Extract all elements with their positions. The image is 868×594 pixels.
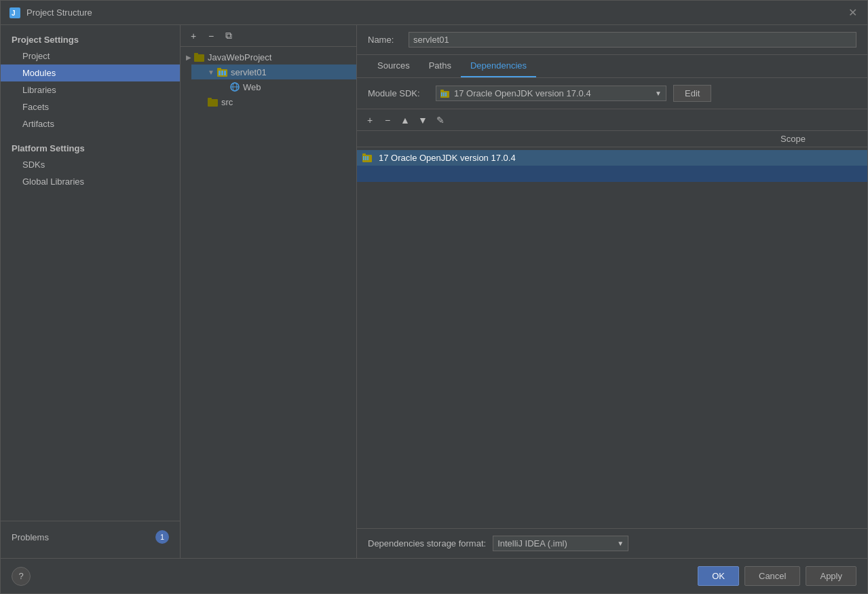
title-bar: J Project Structure ✕	[1, 1, 867, 25]
svg-rect-16	[441, 92, 442, 96]
sidebar-bottom: Problems 1	[1, 521, 180, 553]
svg-rect-21	[363, 156, 364, 160]
deps-rows: 17 Oracle OpenJDK version 17.0.4	[357, 147, 867, 185]
deps-row-sdk[interactable]: 17 Oracle OpenJDK version 17.0.4	[357, 150, 867, 166]
tab-sources[interactable]: Sources	[368, 55, 419, 77]
edit-sdk-button[interactable]: Edit	[673, 85, 711, 102]
sidebar-item-facets[interactable]: Facets	[1, 98, 180, 115]
sdk-label: Module SDK:	[368, 88, 429, 98]
tree-item-servlet01[interactable]: ▼ servlet01	[191, 64, 356, 79]
close-button[interactable]: ✕	[846, 6, 859, 20]
problems-label: Problems	[12, 532, 155, 542]
tree-remove-button[interactable]: −	[204, 29, 219, 43]
bottom-bar: ? OK Cancel Apply	[1, 558, 867, 593]
deps-sdk-icon	[362, 153, 373, 163]
deps-table-header: Scope	[357, 131, 867, 147]
svg-text:J: J	[12, 10, 16, 17]
storage-value: IntelliJ IDEA (.iml)	[497, 538, 567, 549]
svg-rect-20	[362, 153, 366, 155]
deps-edit-button[interactable]: ✎	[433, 113, 448, 128]
deps-row-label: 17 Oracle OpenJDK version 17.0.4	[379, 153, 516, 163]
svg-rect-13	[208, 98, 212, 100]
tab-dependencies[interactable]: Dependencies	[461, 55, 536, 77]
svg-rect-17	[443, 92, 445, 96]
tree-item-label: Web	[243, 82, 261, 92]
tab-paths[interactable]: Paths	[419, 55, 461, 77]
cancel-button[interactable]: Cancel	[744, 566, 800, 586]
right-panel: Name: Sources Paths Dependencies Module …	[357, 25, 867, 558]
svg-rect-8	[224, 71, 226, 75]
svg-rect-15	[440, 90, 444, 92]
svg-rect-2	[194, 54, 204, 62]
sidebar: Project Settings Project Modules Librari…	[1, 25, 181, 558]
folder-icon	[194, 52, 205, 62]
sdk-folder-icon	[440, 90, 450, 98]
src-folder-icon	[208, 96, 219, 107]
expand-icon: ▼	[208, 69, 214, 76]
storage-arrow: ▼	[617, 540, 624, 547]
main-content: Project Settings Project Modules Librari…	[1, 25, 867, 558]
deps-add-button[interactable]: +	[362, 113, 377, 128]
deps-table: Scope 17 Oracle OpenJDK version 17.0.4	[357, 131, 867, 528]
deps-down-button[interactable]: ▼	[415, 113, 430, 128]
sdk-value: 17 Oracle OpenJDK version 17.0.4	[454, 88, 591, 98]
problems-row[interactable]: Problems 1	[1, 527, 180, 547]
sdk-dropdown-arrow: ▼	[655, 90, 662, 97]
module-tree-panel: + − ⧉ ▶ JavaWebProject ▼	[181, 25, 357, 558]
tree-add-button[interactable]: +	[186, 29, 201, 43]
svg-rect-18	[445, 92, 447, 96]
platform-settings-title: Platform Settings	[1, 139, 180, 156]
name-input[interactable]	[409, 32, 856, 48]
deps-up-button[interactable]: ▲	[398, 113, 413, 128]
sdk-row: Module SDK: 17 Oracle OpenJDK version 17…	[357, 78, 867, 109]
storage-row: Dependencies storage format: IntelliJ ID…	[357, 528, 867, 558]
sidebar-item-artifacts[interactable]: Artifacts	[1, 115, 180, 132]
project-settings-title: Project Settings	[1, 31, 180, 48]
sdk-select[interactable]: 17 Oracle OpenJDK version 17.0.4 ▼	[436, 86, 666, 101]
tree-item-web[interactable]: Web	[202, 79, 356, 94]
module-folder-icon	[217, 67, 228, 77]
svg-rect-23	[367, 156, 369, 160]
name-label: Name:	[368, 35, 402, 45]
project-structure-dialog: J Project Structure ✕ Project Settings P…	[0, 0, 868, 594]
sidebar-item-modules[interactable]: Modules	[1, 64, 180, 81]
svg-rect-22	[365, 156, 366, 160]
deps-toolbar: + − ▲ ▼ ✎	[357, 109, 867, 131]
svg-rect-5	[217, 68, 221, 70]
app-icon: J	[9, 7, 21, 19]
tree-copy-button[interactable]: ⧉	[221, 29, 236, 43]
svg-rect-12	[208, 99, 218, 107]
tree-item-label: servlet01	[231, 67, 267, 77]
web-icon	[229, 81, 240, 92]
sidebar-item-sdks[interactable]: SDKs	[1, 156, 180, 173]
tree-item-label: JavaWebProject	[208, 52, 271, 62]
tree-item-javawebproject[interactable]: ▶ JavaWebProject	[181, 50, 356, 64]
tree-toolbar: + − ⧉	[181, 25, 356, 47]
problems-badge: 1	[155, 530, 169, 544]
tabs-row: Sources Paths Dependencies	[357, 55, 867, 78]
sidebar-item-global-libraries[interactable]: Global Libraries	[1, 173, 180, 190]
sidebar-item-libraries[interactable]: Libraries	[1, 81, 180, 98]
deps-col-scope-header: Scope	[780, 134, 862, 144]
help-button[interactable]: ?	[12, 567, 31, 586]
ok-button[interactable]: OK	[698, 566, 739, 586]
sidebar-item-project[interactable]: Project	[1, 48, 180, 64]
deps-col-name-header	[362, 134, 780, 144]
tree-content: ▶ JavaWebProject ▼	[181, 47, 356, 558]
expand-icon: ▶	[186, 54, 191, 61]
svg-rect-3	[194, 53, 198, 55]
tree-item-label: src	[221, 97, 233, 107]
deps-remove-button[interactable]: −	[380, 113, 395, 128]
deps-row-empty[interactable]	[357, 166, 867, 182]
storage-select[interactable]: IntelliJ IDEA (.iml) ▼	[493, 536, 628, 551]
apply-button[interactable]: Apply	[806, 566, 856, 586]
storage-label: Dependencies storage format:	[368, 538, 486, 549]
svg-rect-6	[219, 71, 221, 75]
tree-item-src[interactable]: src	[191, 94, 356, 109]
name-row: Name:	[357, 25, 867, 55]
dialog-title: Project Structure	[26, 7, 840, 18]
svg-rect-7	[221, 71, 223, 75]
